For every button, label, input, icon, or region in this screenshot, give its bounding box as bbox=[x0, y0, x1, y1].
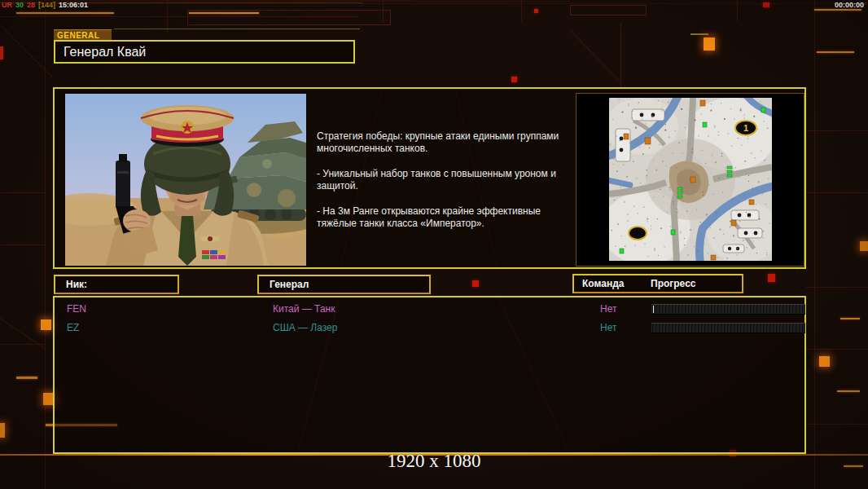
debug-overlay: UR3028[144]15:06:01 bbox=[2, 1, 91, 9]
column-header-nick-label: Ник: bbox=[66, 279, 87, 290]
resolution-label: 1920 x 1080 bbox=[0, 451, 868, 472]
debug-segment: 30 bbox=[15, 1, 24, 9]
debug-segment: UR bbox=[2, 1, 12, 9]
match-timer: 00:00:00 bbox=[835, 1, 864, 9]
map-preview-frame: 1 bbox=[576, 93, 804, 267]
loading-progress-bar bbox=[651, 323, 805, 333]
map-preview: 1 bbox=[609, 98, 772, 261]
debug-segment: 15:06:01 bbox=[59, 1, 88, 9]
description-paragraph: - На 3м Ранге открываются крайне эффекти… bbox=[317, 205, 579, 230]
loading-screen: UR3028[144]15:06:01 00:00:00 GENERAL Ген… bbox=[0, 0, 868, 489]
column-header-general-label: Генерал bbox=[270, 279, 309, 290]
description-paragraph: Стратегия победы: крупные атаки едиными … bbox=[317, 130, 579, 155]
player-team: Нет bbox=[600, 303, 616, 315]
map-start-marker-label: 1 bbox=[743, 123, 748, 133]
description-paragraph: - Уникальный набор танков с повышенным у… bbox=[317, 168, 579, 192]
general-portrait-art bbox=[65, 94, 306, 266]
general-name-box: Генерал Квай bbox=[54, 40, 355, 64]
player-general: Китай — Танк bbox=[273, 303, 335, 315]
player-row: FEN Китай — Танк Нет bbox=[55, 302, 804, 319]
debug-segment: 28 bbox=[27, 1, 35, 9]
player-row: EZ США — Лазер Нет bbox=[55, 320, 804, 338]
debug-segment: [144] bbox=[38, 1, 55, 9]
column-header-team-label: Команда bbox=[582, 275, 624, 292]
player-nick: EZ bbox=[67, 322, 79, 333]
column-header-nick: Ник: bbox=[54, 275, 179, 294]
general-portrait bbox=[65, 94, 306, 266]
player-list-panel: FEN Китай — Танк Нет EZ США — Лазер Нет bbox=[53, 296, 806, 454]
player-team: Нет bbox=[600, 322, 616, 333]
player-general: США — Лазер bbox=[273, 322, 337, 333]
general-description: Стратегия победы: крупные атаки едиными … bbox=[317, 130, 579, 243]
column-header-progress-label: Прогресс bbox=[651, 275, 695, 292]
map-start-marker-1: 1 bbox=[735, 121, 756, 135]
circuit-background bbox=[0, 0, 868, 4]
general-info-panel: Стратегия победы: крупные атаки едиными … bbox=[53, 87, 806, 269]
progress-caret bbox=[653, 306, 654, 313]
general-name: Генерал Квай bbox=[64, 45, 146, 59]
column-header-general: Генерал bbox=[257, 275, 431, 294]
column-header-team-progress: Команда Прогресс bbox=[572, 274, 743, 293]
loading-progress-bar bbox=[651, 304, 805, 315]
player-nick: FEN bbox=[67, 303, 86, 315]
map-start-marker-2 bbox=[629, 227, 647, 240]
general-tab-label: GENERAL bbox=[54, 29, 112, 40]
